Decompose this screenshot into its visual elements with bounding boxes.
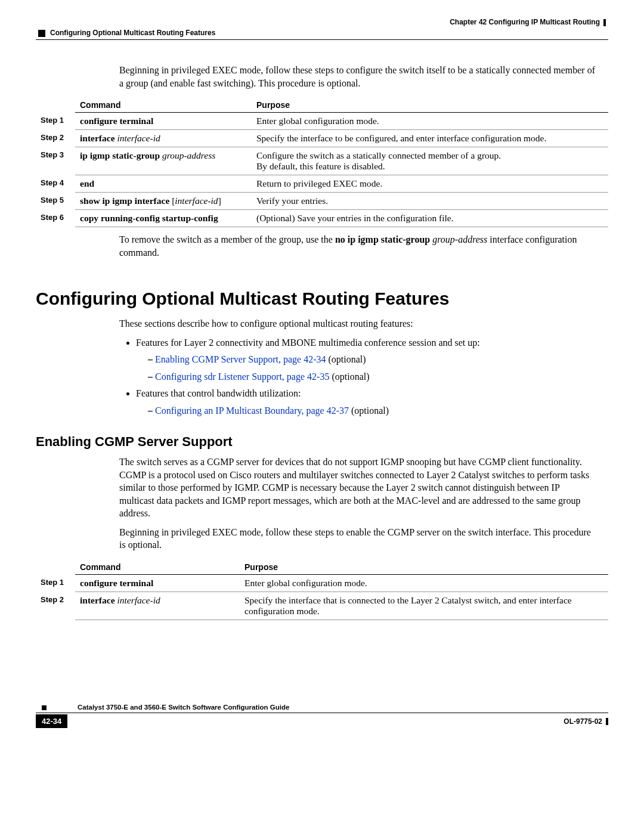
list-item: Enabling CGMP Server Support, page 42-34… xyxy=(148,353,596,366)
intro-paragraph: Beginning in privileged EXEC mode, follo… xyxy=(119,64,596,89)
step-label: Step 2 xyxy=(36,130,75,147)
command-cell: copy running-config startup-config xyxy=(75,210,252,227)
purpose-cell: Enter global configuration mode. xyxy=(240,575,608,592)
command-cell: show ip igmp interface [interface-id] xyxy=(75,193,252,210)
header-square-icon xyxy=(38,30,45,37)
overview-paragraph: These sections describe how to configure… xyxy=(119,317,596,330)
header-rule xyxy=(36,39,608,40)
guide-title: Catalyst 3750-E and 3560-E Switch Softwa… xyxy=(78,704,289,711)
list-item: Features that control bandwidth utilizat… xyxy=(136,387,596,417)
step-label: Step 5 xyxy=(36,193,75,210)
col-purpose: Purpose xyxy=(252,98,608,113)
running-header-left: Configuring Optional Multicast Routing F… xyxy=(36,29,608,37)
table-row: Step 2 interface interface-id Specify th… xyxy=(36,592,608,620)
cgmp-paragraph-1: The switch serves as a CGMP server for d… xyxy=(119,456,596,520)
step-label: Step 6 xyxy=(36,210,75,227)
chapter-label: Chapter 42 Configuring IP Multicast Rout… xyxy=(450,18,600,26)
doc-id: OL-9775-02 xyxy=(564,717,608,726)
purpose-cell: Configure the switch as a statically con… xyxy=(252,147,608,175)
table-row: Step 6 copy running-config startup-confi… xyxy=(36,210,608,227)
page-number-badge: 42-34 xyxy=(36,714,67,728)
step-label: Step 1 xyxy=(36,113,75,130)
running-header-right: Chapter 42 Configuring IP Multicast Rout… xyxy=(36,18,608,26)
xref-link-sdr[interactable]: Configuring sdr Listener Support, page 4… xyxy=(155,371,329,382)
footer-bar-icon xyxy=(606,718,608,725)
purpose-cell: Specify the interface to be configured, … xyxy=(252,130,608,147)
purpose-cell: Specify the interface that is connected … xyxy=(240,592,608,620)
xref-link-cgmp[interactable]: Enabling CGMP Server Support, page 42-34 xyxy=(155,354,326,364)
command-cell: end xyxy=(75,175,252,193)
table-row: Step 1 configure terminal Enter global c… xyxy=(36,113,608,130)
purpose-cell: Enter global configuration mode. xyxy=(252,113,608,130)
footer-guide-line: Catalyst 3750-E and 3560-E Switch Softwa… xyxy=(36,704,608,713)
col-command: Command xyxy=(75,560,240,575)
cgmp-paragraph-2: Beginning in privileged EXEC mode, follo… xyxy=(119,526,596,552)
command-cell: ip igmp static-group group-address xyxy=(75,147,252,175)
list-item: Configuring sdr Listener Support, page 4… xyxy=(148,370,596,383)
procedure-table-1: Command Purpose Step 1 configure termina… xyxy=(36,98,608,227)
command-cell: configure terminal xyxy=(75,575,240,592)
list-item: Features for Layer 2 connectivity and MB… xyxy=(136,336,596,383)
procedure-table-2: Command Purpose Step 1 configure termina… xyxy=(36,560,608,620)
table-row: Step 4 end Return to privileged EXEC mod… xyxy=(36,175,608,193)
xref-link-boundary[interactable]: Configuring an IP Multicast Boundary, pa… xyxy=(155,405,349,416)
feature-list: Features for Layer 2 connectivity and MB… xyxy=(119,336,596,417)
purpose-cell: (Optional) Save your entries in the conf… xyxy=(252,210,608,227)
command-cell: interface interface-id xyxy=(75,592,240,620)
remove-note: To remove the switch as a member of the … xyxy=(119,233,596,259)
command-cell: configure terminal xyxy=(75,113,252,130)
col-purpose: Purpose xyxy=(240,560,608,575)
purpose-cell: Return to privileged EXEC mode. xyxy=(252,175,608,193)
command-cell: interface interface-id xyxy=(75,130,252,147)
col-step xyxy=(36,560,75,575)
header-bar-icon xyxy=(603,19,606,26)
footer-square-icon xyxy=(42,705,47,710)
section-label: Configuring Optional Multicast Routing F… xyxy=(50,29,215,37)
section-heading: Configuring Optional Multicast Routing F… xyxy=(36,289,608,309)
table-row: Step 1 configure terminal Enter global c… xyxy=(36,575,608,592)
list-item: Configuring an IP Multicast Boundary, pa… xyxy=(148,404,596,417)
col-step xyxy=(36,98,75,113)
table-row: Step 3 ip igmp static-group group-addres… xyxy=(36,147,608,175)
step-label: Step 1 xyxy=(36,575,75,592)
subsection-heading: Enabling CGMP Server Support xyxy=(36,434,608,450)
step-label: Step 3 xyxy=(36,147,75,175)
purpose-cell: Verify your entries. xyxy=(252,193,608,210)
page-footer: Catalyst 3750-E and 3560-E Switch Softwa… xyxy=(36,704,608,728)
table-row: Step 5 show ip igmp interface [interface… xyxy=(36,193,608,210)
table-row: Step 2 interface interface-id Specify th… xyxy=(36,130,608,147)
step-label: Step 4 xyxy=(36,175,75,193)
step-label: Step 2 xyxy=(36,592,75,620)
col-command: Command xyxy=(75,98,252,113)
